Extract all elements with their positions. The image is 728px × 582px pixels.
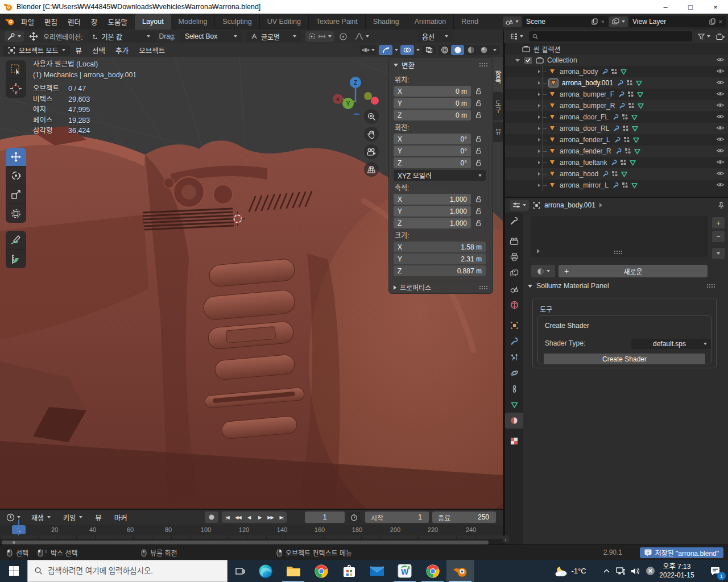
- modifier-wrench-icon[interactable]: [615, 148, 622, 155]
- tab-animation[interactable]: Animation: [407, 14, 454, 30]
- collection-checkbox[interactable]: [524, 57, 532, 64]
- camera-view-button[interactable]: [364, 144, 379, 159]
- object-visibility-dropdown[interactable]: [360, 45, 377, 55]
- list-grip-icon[interactable]: [614, 250, 623, 255]
- view-layer-name-field[interactable]: View Layer ×: [629, 16, 726, 27]
- timeline-horizontal-scrollbar[interactable]: [2, 541, 489, 544]
- scale-z-field[interactable]: Z1.000: [394, 218, 471, 228]
- outliner-object-row[interactable]: arrona_door_RL: [505, 123, 728, 134]
- modifier-wrench-icon[interactable]: [611, 159, 618, 166]
- hide-toggle[interactable]: [716, 90, 725, 98]
- tab-shading[interactable]: Shading: [366, 14, 407, 30]
- auto-keying-record-button[interactable]: [205, 512, 218, 523]
- frame-start-field[interactable]: 시작 1: [365, 512, 429, 523]
- mesh-data-icon[interactable]: [629, 160, 636, 166]
- drag-mode-dropdown[interactable]: Select Box: [180, 31, 242, 42]
- save-status-badge[interactable]: 저장된 "arrona.blend": [640, 547, 723, 558]
- taskbar-explorer-icon[interactable]: [279, 560, 307, 582]
- tab-scene[interactable]: [505, 281, 523, 297]
- add-slot-button[interactable]: +: [712, 217, 725, 228]
- taskbar-chrome2-icon[interactable]: [419, 560, 446, 582]
- modifier-wrench-icon[interactable]: [619, 102, 626, 109]
- view-layer-browse-dropdown[interactable]: [609, 16, 628, 27]
- tab-layout[interactable]: Layout: [135, 14, 171, 30]
- move-tool[interactable]: [6, 148, 26, 167]
- menu-window[interactable]: 창: [86, 14, 103, 30]
- next-keyframe-button[interactable]: ▶▶: [265, 512, 276, 523]
- outliner-object-row-active[interactable]: arrona_body.001: [505, 77, 728, 89]
- location-z-field[interactable]: Z0 m: [394, 110, 471, 120]
- taskbar-search[interactable]: [27, 560, 228, 582]
- tab-view-layer[interactable]: [505, 265, 523, 281]
- taskbar-clock[interactable]: 오후 7:13 2022-01-15: [652, 560, 702, 582]
- lock-icon[interactable]: [475, 219, 482, 227]
- maximize-button[interactable]: □: [678, 0, 703, 14]
- panel-grip-icon[interactable]: [479, 285, 488, 290]
- timeline-editor-type-dropdown[interactable]: [3, 512, 23, 523]
- pin-icon[interactable]: [718, 202, 725, 209]
- play-button[interactable]: ▶: [254, 512, 265, 523]
- location-y-field[interactable]: Y0 m: [394, 98, 471, 109]
- hide-toggle[interactable]: [716, 147, 725, 155]
- mesh-data-icon[interactable]: [631, 126, 639, 132]
- vertex-group-icon[interactable]: [622, 125, 629, 132]
- hide-toggle[interactable]: [716, 159, 725, 167]
- mesh-data-icon[interactable]: [620, 69, 627, 75]
- pan-button[interactable]: [364, 127, 379, 142]
- tray-volume-icon[interactable]: [628, 560, 643, 582]
- mesh-data-icon[interactable]: [631, 182, 638, 189]
- outliner-object-row[interactable]: arrona_hood: [505, 168, 728, 180]
- tab-physics[interactable]: [505, 365, 523, 381]
- action-center-button[interactable]: 1: [703, 560, 728, 582]
- tab-object-data[interactable]: [505, 397, 523, 413]
- outliner-filter-dropdown[interactable]: [695, 31, 713, 42]
- modifier-wrench-icon[interactable]: [613, 182, 619, 189]
- hide-toggle[interactable]: [716, 136, 725, 144]
- tab-rendering[interactable]: Rendering: [454, 14, 478, 30]
- modifier-wrench-icon[interactable]: [602, 68, 609, 75]
- mesh-data-icon[interactable]: [621, 171, 628, 177]
- close-button[interactable]: ×: [703, 0, 728, 14]
- new-collection-icon[interactable]: [716, 33, 725, 40]
- proportional-editing-icon[interactable]: [339, 32, 348, 41]
- new-scene-icon[interactable]: [592, 18, 598, 25]
- outliner-search-input[interactable]: [541, 32, 689, 40]
- jump-to-start-button[interactable]: |◀: [222, 512, 233, 523]
- sidebar-tab-item[interactable]: 항목: [493, 63, 503, 91]
- hide-toggle[interactable]: [716, 124, 725, 132]
- taskbar-chrome-icon[interactable]: [307, 560, 335, 582]
- outliner-display-mode-dropdown[interactable]: [507, 31, 526, 42]
- menu-file[interactable]: 파일: [16, 14, 39, 30]
- viewport-3d[interactable]: 오브젝트 모드 뷰 선택 추가 오브젝트: [0, 43, 503, 509]
- outliner-object-row[interactable]: arrona_fender_L: [505, 134, 728, 146]
- collection-row[interactable]: Collection: [505, 55, 728, 66]
- show-overlays-toggle[interactable]: [400, 45, 414, 55]
- scene-browse-dropdown[interactable]: [503, 16, 522, 27]
- lock-icon[interactable]: [475, 147, 482, 155]
- frame-end-field[interactable]: 종료 250: [432, 512, 496, 523]
- tab-material[interactable]: [505, 413, 523, 429]
- playback-menu[interactable]: 재생: [27, 512, 55, 523]
- tab-object[interactable]: [505, 317, 523, 333]
- scale-y-field[interactable]: Y1.000: [394, 206, 471, 217]
- shading-wireframe-button[interactable]: [438, 45, 451, 55]
- tab-modeling[interactable]: Modeling: [171, 14, 216, 30]
- vertex-group-icon[interactable]: [622, 114, 628, 120]
- outliner-search[interactable]: [529, 31, 692, 41]
- taskbar-blender-icon[interactable]: [446, 560, 474, 582]
- modifier-wrench-icon[interactable]: [614, 136, 621, 143]
- lock-icon[interactable]: [475, 135, 482, 143]
- sidebar-tab-view[interactable]: 뷰: [493, 122, 503, 142]
- mesh-data-icon[interactable]: [632, 137, 640, 143]
- sollumz-panel-header[interactable]: Sollumz Material Panel: [528, 282, 715, 290]
- remove-slot-button[interactable]: −: [712, 231, 725, 242]
- active-tool-dropdown[interactable]: [5, 31, 24, 42]
- vertex-group-icon[interactable]: [627, 91, 634, 98]
- vertex-group-icon[interactable]: [620, 159, 627, 166]
- menu-edit[interactable]: 편집: [39, 14, 63, 30]
- tab-texture-paint[interactable]: Texture Paint: [309, 14, 366, 30]
- panel-grip-icon[interactable]: [706, 284, 715, 288]
- hide-toggle[interactable]: [716, 170, 725, 178]
- viewport-menu-add[interactable]: 추가: [111, 45, 133, 56]
- transform-orientation-dropdown[interactable]: 기본 값: [88, 31, 155, 42]
